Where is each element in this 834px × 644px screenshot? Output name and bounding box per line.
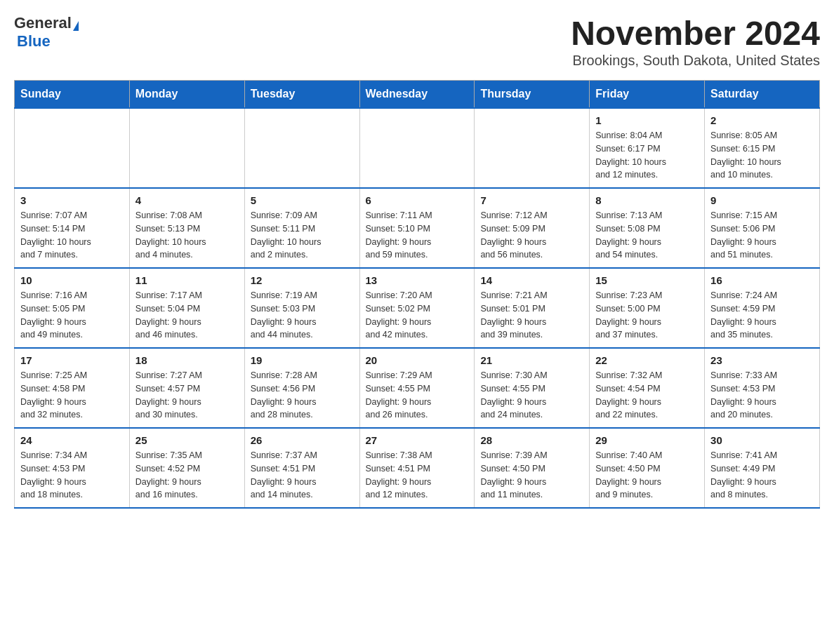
- day-info: Sunrise: 8:05 AMSunset: 6:15 PMDaylight:…: [710, 129, 814, 182]
- calendar-cell: 30Sunrise: 7:41 AMSunset: 4:49 PMDayligh…: [705, 428, 820, 508]
- calendar-cell: 17Sunrise: 7:25 AMSunset: 4:58 PMDayligh…: [15, 348, 130, 428]
- day-info: Sunrise: 7:37 AMSunset: 4:51 PMDaylight:…: [251, 449, 354, 502]
- day-info: Sunrise: 7:19 AMSunset: 5:03 PMDaylight:…: [251, 289, 354, 342]
- day-number: 16: [710, 274, 814, 286]
- day-number: 17: [20, 354, 124, 366]
- calendar-cell: 4Sunrise: 7:08 AMSunset: 5:13 PMDaylight…: [129, 188, 244, 268]
- calendar-header-row: SundayMondayTuesdayWednesdayThursdayFrid…: [15, 81, 820, 109]
- day-number: 10: [20, 274, 124, 286]
- calendar-cell: 25Sunrise: 7:35 AMSunset: 4:52 PMDayligh…: [129, 428, 244, 508]
- header-saturday: Saturday: [705, 81, 820, 109]
- day-number: 4: [135, 194, 239, 206]
- day-number: 2: [710, 114, 814, 126]
- calendar-cell: 8Sunrise: 7:13 AMSunset: 5:08 PMDaylight…: [590, 188, 705, 268]
- day-info: Sunrise: 7:25 AMSunset: 4:58 PMDaylight:…: [20, 369, 124, 422]
- day-info: Sunrise: 7:08 AMSunset: 5:13 PMDaylight:…: [135, 209, 239, 262]
- calendar-cell: 28Sunrise: 7:39 AMSunset: 4:50 PMDayligh…: [475, 428, 590, 508]
- calendar-cell: 29Sunrise: 7:40 AMSunset: 4:50 PMDayligh…: [590, 428, 705, 508]
- day-number: 1: [595, 114, 699, 126]
- header-tuesday: Tuesday: [244, 81, 359, 109]
- calendar-table: SundayMondayTuesdayWednesdayThursdayFrid…: [14, 80, 820, 509]
- day-info: Sunrise: 7:09 AMSunset: 5:11 PMDaylight:…: [251, 209, 354, 262]
- day-number: 20: [366, 354, 469, 366]
- day-number: 6: [366, 194, 469, 206]
- calendar-cell: 24Sunrise: 7:34 AMSunset: 4:53 PMDayligh…: [15, 428, 130, 508]
- calendar-cell: 1Sunrise: 8:04 AMSunset: 6:17 PMDaylight…: [590, 108, 705, 188]
- title-block: November 2024 Brookings, South Dakota, U…: [571, 14, 820, 69]
- day-number: 30: [710, 434, 814, 446]
- day-info: Sunrise: 7:20 AMSunset: 5:02 PMDaylight:…: [366, 289, 469, 342]
- day-number: 5: [251, 194, 354, 206]
- header-monday: Monday: [129, 81, 244, 109]
- day-info: Sunrise: 7:41 AMSunset: 4:49 PMDaylight:…: [710, 449, 814, 502]
- day-info: Sunrise: 7:17 AMSunset: 5:04 PMDaylight:…: [135, 289, 239, 342]
- day-number: 15: [595, 274, 699, 286]
- calendar-cell: 12Sunrise: 7:19 AMSunset: 5:03 PMDayligh…: [244, 268, 359, 348]
- calendar-cell: 19Sunrise: 7:28 AMSunset: 4:56 PMDayligh…: [244, 348, 359, 428]
- day-info: Sunrise: 7:35 AMSunset: 4:52 PMDaylight:…: [135, 449, 239, 502]
- day-info: Sunrise: 7:33 AMSunset: 4:53 PMDaylight:…: [710, 369, 814, 422]
- day-info: Sunrise: 7:21 AMSunset: 5:01 PMDaylight:…: [480, 289, 583, 342]
- header-sunday: Sunday: [15, 81, 130, 109]
- day-number: 24: [20, 434, 124, 446]
- day-info: Sunrise: 7:24 AMSunset: 4:59 PMDaylight:…: [710, 289, 814, 342]
- day-number: 27: [366, 434, 469, 446]
- calendar-cell: 13Sunrise: 7:20 AMSunset: 5:02 PMDayligh…: [359, 268, 475, 348]
- day-info: Sunrise: 7:13 AMSunset: 5:08 PMDaylight:…: [595, 209, 699, 262]
- header-wednesday: Wednesday: [359, 81, 475, 109]
- day-info: Sunrise: 7:27 AMSunset: 4:57 PMDaylight:…: [135, 369, 239, 422]
- calendar-cell: 6Sunrise: 7:11 AMSunset: 5:10 PMDaylight…: [359, 188, 475, 268]
- calendar-cell: 23Sunrise: 7:33 AMSunset: 4:53 PMDayligh…: [705, 348, 820, 428]
- day-info: Sunrise: 7:15 AMSunset: 5:06 PMDaylight:…: [710, 209, 814, 262]
- day-number: 18: [135, 354, 239, 366]
- week-row-5: 24Sunrise: 7:34 AMSunset: 4:53 PMDayligh…: [15, 428, 820, 508]
- calendar-cell: 3Sunrise: 7:07 AMSunset: 5:14 PMDaylight…: [15, 188, 130, 268]
- calendar-cell: [359, 108, 475, 188]
- day-number: 29: [595, 434, 699, 446]
- logo: General Blue: [14, 14, 79, 51]
- header-thursday: Thursday: [475, 81, 590, 109]
- day-info: Sunrise: 7:38 AMSunset: 4:51 PMDaylight:…: [366, 449, 469, 502]
- calendar-cell: 7Sunrise: 7:12 AMSunset: 5:09 PMDaylight…: [475, 188, 590, 268]
- day-number: 19: [251, 354, 354, 366]
- calendar-cell: [244, 108, 359, 188]
- day-info: Sunrise: 7:16 AMSunset: 5:05 PMDaylight:…: [20, 289, 124, 342]
- logo-text: General: [14, 14, 79, 32]
- day-info: Sunrise: 7:30 AMSunset: 4:55 PMDaylight:…: [480, 369, 583, 422]
- week-row-3: 10Sunrise: 7:16 AMSunset: 5:05 PMDayligh…: [15, 268, 820, 348]
- calendar-cell: 22Sunrise: 7:32 AMSunset: 4:54 PMDayligh…: [590, 348, 705, 428]
- week-row-1: 1Sunrise: 8:04 AMSunset: 6:17 PMDaylight…: [15, 108, 820, 188]
- day-number: 25: [135, 434, 239, 446]
- calendar-cell: [475, 108, 590, 188]
- calendar-cell: 20Sunrise: 7:29 AMSunset: 4:55 PMDayligh…: [359, 348, 475, 428]
- page-header: General Blue November 2024 Brookings, So…: [14, 14, 820, 69]
- calendar-cell: 16Sunrise: 7:24 AMSunset: 4:59 PMDayligh…: [705, 268, 820, 348]
- day-info: Sunrise: 7:11 AMSunset: 5:10 PMDaylight:…: [366, 209, 469, 262]
- day-number: 23: [710, 354, 814, 366]
- logo-triangle-icon: [73, 21, 79, 31]
- calendar-cell: 2Sunrise: 8:05 AMSunset: 6:15 PMDaylight…: [705, 108, 820, 188]
- day-number: 7: [480, 194, 583, 206]
- calendar-cell: 14Sunrise: 7:21 AMSunset: 5:01 PMDayligh…: [475, 268, 590, 348]
- week-row-2: 3Sunrise: 7:07 AMSunset: 5:14 PMDaylight…: [15, 188, 820, 268]
- calendar-cell: 5Sunrise: 7:09 AMSunset: 5:11 PMDaylight…: [244, 188, 359, 268]
- calendar-cell: 18Sunrise: 7:27 AMSunset: 4:57 PMDayligh…: [129, 348, 244, 428]
- day-info: Sunrise: 8:04 AMSunset: 6:17 PMDaylight:…: [595, 129, 699, 182]
- logo-blue: Blue: [17, 32, 51, 51]
- calendar-cell: [15, 108, 130, 188]
- day-number: 12: [251, 274, 354, 286]
- day-info: Sunrise: 7:07 AMSunset: 5:14 PMDaylight:…: [20, 209, 124, 262]
- calendar-cell: 10Sunrise: 7:16 AMSunset: 5:05 PMDayligh…: [15, 268, 130, 348]
- day-number: 9: [710, 194, 814, 206]
- day-info: Sunrise: 7:39 AMSunset: 4:50 PMDaylight:…: [480, 449, 583, 502]
- day-number: 26: [251, 434, 354, 446]
- day-number: 3: [20, 194, 124, 206]
- calendar-cell: 15Sunrise: 7:23 AMSunset: 5:00 PMDayligh…: [590, 268, 705, 348]
- day-info: Sunrise: 7:28 AMSunset: 4:56 PMDaylight:…: [251, 369, 354, 422]
- day-number: 13: [366, 274, 469, 286]
- week-row-4: 17Sunrise: 7:25 AMSunset: 4:58 PMDayligh…: [15, 348, 820, 428]
- day-number: 14: [480, 274, 583, 286]
- day-number: 11: [135, 274, 239, 286]
- day-number: 8: [595, 194, 699, 206]
- calendar-cell: 21Sunrise: 7:30 AMSunset: 4:55 PMDayligh…: [475, 348, 590, 428]
